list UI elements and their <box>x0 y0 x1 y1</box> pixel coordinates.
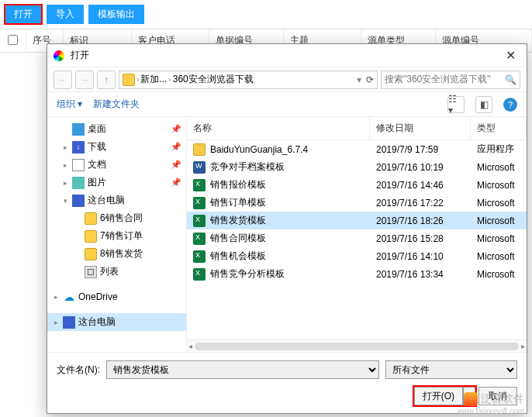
file-type: Microsoft <box>471 195 527 211</box>
file-name: BaiduYunGuanjia_6.7.4 <box>210 144 308 155</box>
col-name[interactable]: 名称 <box>187 117 370 140</box>
template-output-button[interactable]: 模板输出 <box>88 5 144 24</box>
xls-file-icon <box>193 215 206 227</box>
pc-icon <box>72 195 85 207</box>
tree-item-label: OneDrive <box>78 291 118 302</box>
xls-file-icon <box>193 197 206 209</box>
tree-item[interactable]: ▸↓下载📌 <box>47 138 186 156</box>
filetype-select[interactable]: 所有文件 <box>385 360 517 379</box>
tree-item[interactable]: ▸文档📌 <box>47 156 186 174</box>
pin-icon: 📌 <box>171 177 181 188</box>
close-icon[interactable]: ✕ <box>501 47 520 64</box>
dialog-cancel-button[interactable]: 取消 <box>478 387 517 405</box>
nav-up-icon[interactable]: ↑ <box>97 71 116 89</box>
crumb-dropdown-icon[interactable]: ▾ <box>357 74 361 85</box>
file-name: 销售合同模板 <box>210 232 266 245</box>
doc-file-icon <box>193 161 206 174</box>
nav-back-icon[interactable]: ← <box>54 71 72 89</box>
file-row[interactable]: 销售竞争分析模板2019/7/16 13:34Microsoft <box>187 265 527 283</box>
disclosure-icon[interactable]: ▸ <box>61 161 69 169</box>
tree-item-label: 7销售订单 <box>100 229 143 243</box>
file-type: Microsoft <box>471 267 527 282</box>
disclosure-icon[interactable]: ▾ <box>61 197 69 205</box>
file-row[interactable]: BaiduYunGuanjia_6.7.42019/7/9 17:59应用程序 <box>187 140 527 158</box>
open-dropdown-icon[interactable]: ▼ <box>463 387 475 405</box>
horizontal-scrollbar[interactable]: ◂ ▸ <box>187 339 527 352</box>
filename-input[interactable]: 销售发货模板 <box>106 360 379 379</box>
search-placeholder: 搜索"360安全浏览器下载" <box>385 73 502 86</box>
file-row[interactable]: 销售合同模板2019/7/16 15:28Microsoft <box>187 229 527 247</box>
dialog-open-button[interactable]: 打开(O) <box>414 387 463 405</box>
pc-icon <box>63 316 75 329</box>
desktop-icon <box>72 123 85 136</box>
scroll-right-icon[interactable]: ▸ <box>521 342 525 350</box>
scroll-left-icon[interactable]: ◂ <box>188 342 192 350</box>
file-list[interactable]: BaiduYunGuanjia_6.7.42019/7/9 17:59应用程序竞… <box>187 140 527 339</box>
file-date: 2019/7/16 14:46 <box>370 177 471 193</box>
crumb-item[interactable]: 新加... <box>140 73 167 86</box>
xls-file-icon <box>193 250 206 263</box>
help-icon[interactable]: ? <box>503 98 517 112</box>
file-type: Microsoft <box>471 160 527 175</box>
dialog-title: 打开 <box>71 49 89 62</box>
disclosure-icon[interactable]: ▸ <box>52 293 60 301</box>
download-icon: ↓ <box>72 141 85 153</box>
col-type[interactable]: 类型 <box>471 117 527 140</box>
tree-item[interactable]: 桌面📌 <box>47 120 186 138</box>
dialog-footer: 文件名(N): 销售发货模板 所有文件 打开(O) ▼ 取消 <box>47 352 527 413</box>
search-input[interactable]: 搜索"360安全浏览器下载" 🔍 <box>381 71 520 89</box>
xls-file-icon <box>193 179 206 191</box>
select-all-checkbox[interactable] <box>8 35 18 45</box>
file-date: 2019/7/16 14:10 <box>370 249 471 264</box>
new-folder-button[interactable]: 新建文件夹 <box>93 98 140 111</box>
col-date[interactable]: 修改日期 <box>370 117 471 140</box>
tree-item[interactable]: ▸图片📌 <box>47 174 186 191</box>
disclosure-icon[interactable]: ▸ <box>52 319 60 326</box>
disclosure-icon[interactable]: ▸ <box>61 143 69 151</box>
tree-item[interactable]: ▾这台电脑 <box>47 191 186 209</box>
file-name: 销售发货模板 <box>210 214 266 227</box>
dialog-command-bar: 组织 ▾ 新建文件夹 ☷ ▾ ◧ ? <box>47 92 527 117</box>
folder-tree[interactable]: 桌面📌▸↓下载📌▸文档📌▸图片📌▾这台电脑6销售合同7销售订单8销售发货列表▸☁… <box>47 117 187 352</box>
file-type: Microsoft <box>471 177 527 193</box>
file-row[interactable]: 销售机会模板2019/7/16 14:10Microsoft <box>187 247 527 265</box>
tree-item-label: 6销售合同 <box>100 212 143 225</box>
import-button[interactable]: 导入 <box>47 5 84 24</box>
chevron-right-icon: › <box>168 75 171 84</box>
tree-item[interactable]: ▸☁OneDrive <box>47 288 186 305</box>
breadcrumb[interactable]: › 新加... › 360安全浏览器下载 ▾ ⟳ <box>119 71 378 89</box>
search-icon[interactable]: 🔍 <box>505 74 516 85</box>
crumb-item[interactable]: 360安全浏览器下载 <box>173 73 254 86</box>
refresh-icon[interactable]: ⟳ <box>366 74 374 85</box>
file-date: 2019/7/16 17:22 <box>370 195 471 211</box>
tree-item[interactable]: 8销售发货 <box>47 245 186 263</box>
pic-icon <box>72 177 85 189</box>
tree-item-label: 桌面 <box>88 122 106 136</box>
file-date: 2019/7/16 18:26 <box>370 213 471 229</box>
tree-item[interactable]: 6销售合同 <box>47 209 186 227</box>
file-row[interactable]: 销售报价模板2019/7/16 14:46Microsoft <box>187 176 527 194</box>
file-list-header: 名称 修改日期 类型 <box>187 117 527 140</box>
tree-item[interactable]: ▸这台电脑 <box>47 313 186 331</box>
file-name: 竞争对手档案模板 <box>210 160 285 174</box>
tree-item-label: 这台电脑 <box>88 194 125 207</box>
exe-file-icon <box>193 143 206 156</box>
tree-item[interactable]: 7销售订单 <box>47 227 186 245</box>
scroll-thumb[interactable] <box>195 343 519 350</box>
folder-icon <box>123 74 135 86</box>
file-name: 销售订单模板 <box>210 196 266 209</box>
file-row[interactable]: 竞争对手档案模板2019/7/16 10:19Microsoft <box>187 158 527 176</box>
disclosure-icon[interactable]: ▸ <box>61 179 69 187</box>
tree-item[interactable]: 列表 <box>47 263 186 281</box>
file-list-pane: 名称 修改日期 类型 BaiduYunGuanjia_6.7.42019/7/9… <box>187 117 527 352</box>
view-options-icon[interactable]: ☷ ▾ <box>447 96 465 113</box>
filename-label: 文件名(N): <box>57 364 100 377</box>
table-icon <box>85 266 97 278</box>
file-name: 销售报价模板 <box>210 178 266 191</box>
file-row[interactable]: 销售发货模板2019/7/16 18:26Microsoft <box>187 212 527 229</box>
organize-menu[interactable]: 组织 ▾ <box>57 98 82 111</box>
file-row[interactable]: 销售订单模板2019/7/16 17:22Microsoft <box>187 194 527 212</box>
nav-forward-icon[interactable]: → <box>75 71 94 89</box>
preview-pane-icon[interactable]: ◧ <box>475 96 492 113</box>
open-button[interactable]: 打开 <box>5 5 42 24</box>
